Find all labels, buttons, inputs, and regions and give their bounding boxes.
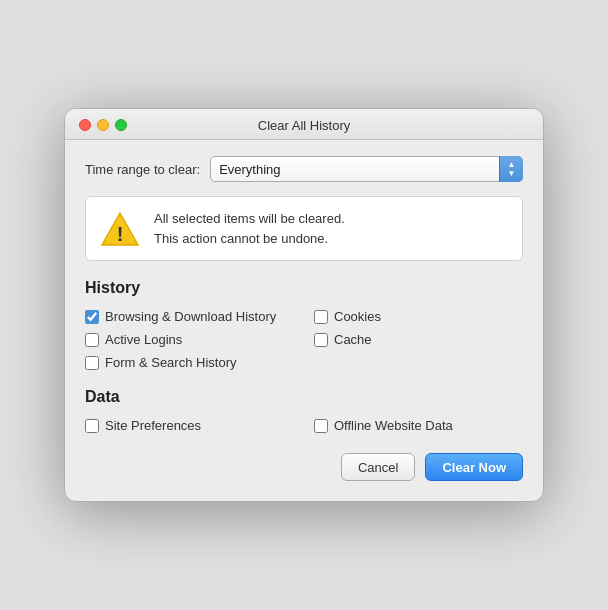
- checkbox-row-cookies: Cookies: [314, 309, 523, 324]
- history-section: History Browsing & Download History Cook…: [85, 279, 523, 370]
- checkbox-label-cache: Cache: [334, 332, 372, 347]
- checkbox-site-prefs[interactable]: [85, 419, 99, 433]
- warning-line2: This action cannot be undone.: [154, 229, 345, 249]
- checkbox-cookies[interactable]: [314, 310, 328, 324]
- checkbox-offline[interactable]: [314, 419, 328, 433]
- checkbox-browsing[interactable]: [85, 310, 99, 324]
- warning-line1: All selected items will be cleared.: [154, 209, 345, 229]
- maximize-button[interactable]: [115, 119, 127, 131]
- checkbox-row-site-prefs: Site Preferences: [85, 418, 294, 433]
- history-section-title: History: [85, 279, 523, 297]
- warning-text: All selected items will be cleared. This…: [154, 209, 345, 248]
- checkbox-logins[interactable]: [85, 333, 99, 347]
- traffic-lights: [79, 119, 127, 131]
- warning-box: ! All selected items will be cleared. Th…: [85, 196, 523, 261]
- checkbox-row-cache: Cache: [314, 332, 523, 347]
- checkbox-label-offline: Offline Website Data: [334, 418, 453, 433]
- svg-text:!: !: [117, 223, 124, 245]
- data-section: Data Site Preferences Offline Website Da…: [85, 388, 523, 433]
- dialog-window: Clear All History Time range to clear: E…: [64, 108, 544, 502]
- warning-icon: !: [100, 211, 140, 247]
- time-range-select-wrapper: Everything Last Hour Last Two Hours Last…: [210, 156, 523, 182]
- minimize-button[interactable]: [97, 119, 109, 131]
- titlebar: Clear All History: [65, 109, 543, 140]
- dialog-title: Clear All History: [258, 118, 350, 133]
- time-range-label: Time range to clear:: [85, 162, 200, 177]
- checkbox-row-form: Form & Search History: [85, 355, 294, 370]
- time-range-row: Time range to clear: Everything Last Hou…: [85, 156, 523, 182]
- button-row: Cancel Clear Now: [85, 453, 523, 481]
- time-range-select[interactable]: Everything Last Hour Last Two Hours Last…: [210, 156, 523, 182]
- history-checkboxes-grid: Browsing & Download History Cookies Acti…: [85, 309, 523, 370]
- checkbox-label-browsing: Browsing & Download History: [105, 309, 276, 324]
- close-button[interactable]: [79, 119, 91, 131]
- checkbox-label-site-prefs: Site Preferences: [105, 418, 201, 433]
- checkbox-label-cookies: Cookies: [334, 309, 381, 324]
- checkbox-row-offline: Offline Website Data: [314, 418, 523, 433]
- checkbox-form[interactable]: [85, 356, 99, 370]
- cancel-button[interactable]: Cancel: [341, 453, 415, 481]
- checkbox-label-form: Form & Search History: [105, 355, 236, 370]
- data-section-title: Data: [85, 388, 523, 406]
- checkbox-label-logins: Active Logins: [105, 332, 182, 347]
- dialog-body: Time range to clear: Everything Last Hou…: [65, 140, 543, 501]
- data-checkboxes-grid: Site Preferences Offline Website Data: [85, 418, 523, 433]
- checkbox-row-browsing: Browsing & Download History: [85, 309, 294, 324]
- checkbox-cache[interactable]: [314, 333, 328, 347]
- clear-now-button[interactable]: Clear Now: [425, 453, 523, 481]
- checkbox-row-logins: Active Logins: [85, 332, 294, 347]
